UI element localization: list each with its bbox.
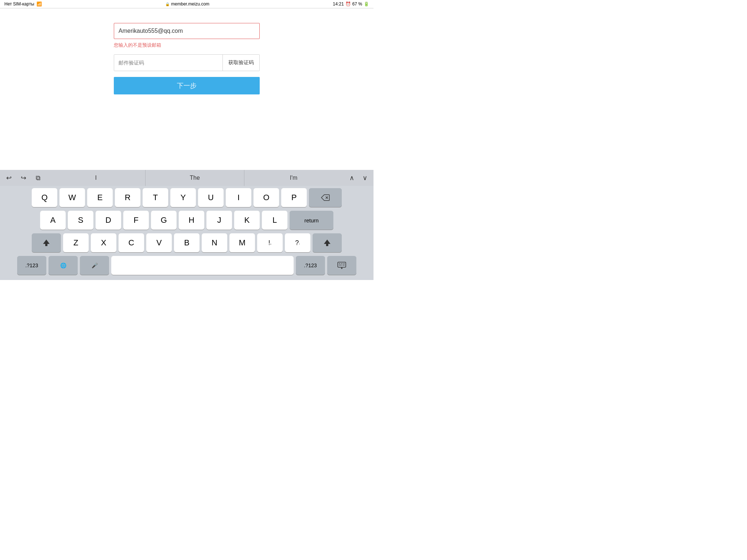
key-row-1: Q W E R T Y U I O P — [1, 188, 372, 207]
key-i[interactable]: I — [226, 188, 251, 207]
error-text: 您输入的不是预设邮箱 — [114, 42, 260, 48]
key-f[interactable]: F — [123, 211, 149, 230]
keyboard-area: ↩ ↪ ⧉ I The I'm ∧ ∨ Q W E R T Y U I O P — [0, 170, 374, 280]
key-n[interactable]: N — [202, 233, 227, 252]
key-e[interactable]: E — [87, 188, 113, 207]
svg-marker-3 — [324, 240, 330, 246]
key-h[interactable]: H — [179, 211, 204, 230]
key-d[interactable]: D — [96, 211, 121, 230]
get-code-button[interactable]: 获取验证码 — [223, 55, 259, 71]
numbers-right-key[interactable]: .?123 — [296, 256, 325, 275]
space-key[interactable] — [111, 256, 294, 275]
nav-down-button[interactable]: ∨ — [359, 172, 371, 184]
shift-right-key[interactable] — [313, 233, 342, 252]
key-u[interactable]: U — [198, 188, 224, 207]
status-bar: Нет SIM-карты 📶 🔒 member.meizu.com 14:21… — [0, 0, 374, 8]
lock-icon: 🔒 — [165, 2, 170, 6]
alarm-icon: ⏰ — [345, 1, 351, 7]
key-t[interactable]: T — [143, 188, 168, 207]
status-right: 14:21 ⏰ 67 % 🔋 — [333, 1, 369, 7]
key-y[interactable]: Y — [170, 188, 196, 207]
key-p[interactable]: P — [281, 188, 307, 207]
key-row-2: A S D F G H J K L return — [1, 211, 372, 230]
battery-label: 67 % — [352, 1, 362, 7]
verification-row: 获取验证码 — [114, 54, 260, 71]
key-excl-comma[interactable]: !, — [257, 233, 283, 252]
time-label: 14:21 — [333, 1, 344, 7]
next-button[interactable]: 下一步 — [114, 77, 260, 94]
mic-key[interactable]: 🎤 — [80, 256, 109, 275]
email-input-wrapper — [114, 23, 260, 39]
key-row-3: Z X C V B N M !, ?. — [1, 233, 372, 252]
key-a[interactable]: A — [40, 211, 66, 230]
numbers-left-key[interactable]: .?123 — [17, 256, 46, 275]
key-l[interactable]: L — [262, 211, 287, 230]
redo-button[interactable]: ↪ — [18, 172, 29, 184]
copy-button[interactable]: ⧉ — [32, 172, 44, 184]
keyboard-dismiss-key[interactable] — [327, 256, 356, 275]
suggestion-1[interactable]: I — [47, 170, 146, 186]
carrier-label: Нет SIM-карты — [4, 1, 34, 7]
globe-key[interactable]: 🌐 — [49, 256, 78, 275]
delete-key[interactable] — [309, 188, 342, 207]
key-w[interactable]: W — [59, 188, 85, 207]
shift-left-key[interactable] — [32, 233, 61, 252]
key-o[interactable]: O — [253, 188, 279, 207]
key-g[interactable]: G — [151, 211, 177, 230]
nav-up-button[interactable]: ∧ — [346, 172, 357, 184]
key-x[interactable]: X — [91, 233, 116, 252]
undo-button[interactable]: ↩ — [3, 172, 15, 184]
autocomplete-left-actions: ↩ ↪ ⧉ — [0, 172, 47, 184]
status-left: Нет SIM-карты 📶 — [4, 1, 42, 7]
battery-icon: 🔋 — [364, 1, 369, 7]
wifi-icon: 📶 — [36, 1, 42, 7]
key-s[interactable]: S — [68, 211, 93, 230]
autocomplete-bar: ↩ ↪ ⧉ I The I'm ∧ ∨ — [0, 170, 374, 186]
key-c[interactable]: C — [119, 233, 144, 252]
email-input[interactable] — [114, 23, 260, 39]
url-label: member.meizu.com — [171, 1, 209, 7]
key-k[interactable]: K — [234, 211, 260, 230]
autocomplete-right-actions: ∧ ∨ — [343, 172, 374, 184]
suggestion-2[interactable]: The — [146, 170, 244, 186]
form-area: 您输入的不是预设邮箱 获取验证码 下一步 — [0, 8, 374, 102]
return-key[interactable]: return — [290, 211, 333, 230]
key-row-4: .?123 🌐 🎤 .?123 — [1, 256, 372, 275]
autocomplete-suggestions: I The I'm — [47, 170, 343, 186]
key-m[interactable]: M — [229, 233, 255, 252]
key-v[interactable]: V — [146, 233, 172, 252]
svg-marker-2 — [43, 240, 50, 246]
key-r[interactable]: R — [115, 188, 140, 207]
key-b[interactable]: B — [174, 233, 200, 252]
suggestion-3[interactable]: I'm — [244, 170, 343, 186]
key-quest-period[interactable]: ?. — [285, 233, 310, 252]
key-j[interactable]: J — [206, 211, 232, 230]
svg-rect-4 — [338, 262, 346, 267]
verification-input[interactable] — [114, 55, 222, 71]
key-z[interactable]: Z — [63, 233, 89, 252]
key-q[interactable]: Q — [32, 188, 57, 207]
keyboard-keys: Q W E R T Y U I O P A S D F G — [0, 186, 374, 280]
status-center: 🔒 member.meizu.com — [165, 1, 209, 7]
